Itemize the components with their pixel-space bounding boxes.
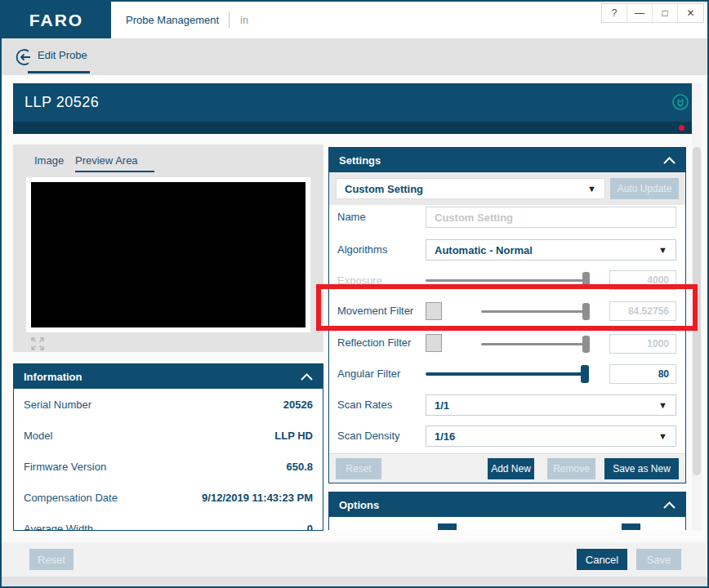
name-label: Name xyxy=(337,207,366,228)
algorithms-dropdown[interactable]: Automatic - Normal ▼ xyxy=(426,239,676,261)
info-value: 9/12/2019 11:43:23 PM xyxy=(202,492,313,504)
settings-reset-button[interactable]: Reset xyxy=(336,458,381,479)
bottom-strip xyxy=(2,577,707,586)
info-label: Firmware Version xyxy=(24,461,106,473)
movement-filter-slider-thumb xyxy=(582,303,590,320)
preset-dropdown[interactable]: Custom Setting ▼ xyxy=(336,178,605,199)
scrollbar-track[interactable] xyxy=(692,83,702,531)
table-row: Compensation Date 9/12/2019 11:43:23 PM xyxy=(14,482,323,513)
close-icon[interactable]: ✕ xyxy=(678,4,703,22)
cancel-button[interactable]: Cancel xyxy=(577,549,627,570)
info-value: 20526 xyxy=(283,399,313,411)
info-value: 0 xyxy=(307,523,313,532)
preset-dropdown-value: Custom Setting xyxy=(345,183,423,195)
information-panel: Information Serial Number 20526 Model LL… xyxy=(13,363,323,531)
exposure-slider-track xyxy=(426,279,589,282)
tab-preview-area[interactable]: Preview Area xyxy=(75,154,138,167)
save-as-new-button[interactable]: Save as New xyxy=(604,458,679,479)
scan-density-dropdown[interactable]: 1/16 ▼ xyxy=(426,425,676,447)
table-row: Average Width 0 xyxy=(14,513,323,531)
preview-tab-underline xyxy=(75,171,154,172)
reflection-filter-slider-thumb xyxy=(582,336,590,353)
scan-rates-dropdown[interactable]: 1/1 ▼ xyxy=(426,394,676,416)
info-label: Serial Number xyxy=(24,399,91,411)
collapse-chevron-icon[interactable] xyxy=(663,157,676,164)
remove-button[interactable]: Remove xyxy=(547,458,595,479)
nav-strip: Edit Probe xyxy=(2,38,707,75)
settings-header[interactable]: Settings xyxy=(329,148,685,172)
info-value: 650.8 xyxy=(286,461,313,473)
status-dot xyxy=(679,125,684,131)
info-value: LLP HD xyxy=(274,430,313,442)
preview-frame xyxy=(26,177,310,332)
scan-density-dropdown-value: 1/16 xyxy=(435,430,455,443)
footer-reset-button[interactable]: Reset xyxy=(29,549,74,570)
tab-units[interactable]: in xyxy=(240,2,248,38)
name-field[interactable] xyxy=(426,207,676,228)
minimize-icon[interactable]: — xyxy=(627,4,653,22)
scrollbar-thumb[interactable] xyxy=(693,147,701,475)
scan-rates-dropdown-value: 1/1 xyxy=(435,399,449,412)
tab-probe-management[interactable]: Probe Management xyxy=(126,2,219,38)
algorithms-label: Algorithms xyxy=(337,239,387,261)
probe-substrip xyxy=(13,122,699,134)
angular-filter-slider-track[interactable] xyxy=(426,372,589,376)
collapse-chevron-icon[interactable] xyxy=(663,501,676,509)
fullscreen-icon[interactable] xyxy=(29,336,46,355)
title-bar: FARO Probe Management in ? — □ ✕ xyxy=(2,2,707,38)
footer-gap xyxy=(2,531,707,542)
movement-filter-label: Movement Filter xyxy=(337,301,413,322)
save-button[interactable]: Save xyxy=(636,549,681,570)
settings-footer: Reset Add New Remove Save as New xyxy=(329,453,685,483)
maximize-icon[interactable]: □ xyxy=(653,4,678,22)
preset-row: Custom Setting ▼ Auto Update xyxy=(329,172,685,205)
reflection-filter-value: 1000 xyxy=(609,334,676,354)
reflection-filter-label: Reflection Filter xyxy=(337,332,411,354)
scan-rates-label: Scan Rates xyxy=(337,394,392,416)
faro-logo: FARO xyxy=(2,2,111,38)
reflection-filter-checkbox[interactable] xyxy=(426,334,442,352)
settings-title: Settings xyxy=(339,154,381,167)
collapse-chevron-icon[interactable] xyxy=(301,373,313,381)
movement-filter-value: 84.52756 xyxy=(609,301,676,321)
options-title: Options xyxy=(339,499,379,511)
tab-image[interactable]: Image xyxy=(34,154,64,167)
movement-filter-slider-track xyxy=(481,310,589,313)
camera-preview xyxy=(31,182,305,327)
add-new-button[interactable]: Add New xyxy=(488,458,534,479)
tab-divider xyxy=(229,12,230,28)
probe-header: LLP 20526 xyxy=(13,83,699,122)
exposure-value: 4000 xyxy=(609,270,676,290)
chevron-down-icon: ▼ xyxy=(658,245,667,255)
reflection-filter-slider-track xyxy=(481,343,589,345)
scan-density-label: Scan Density xyxy=(337,425,400,447)
window-controls: ? — □ ✕ xyxy=(601,3,704,23)
angular-filter-label: Angular Filter xyxy=(337,363,400,385)
auto-update-button[interactable]: Auto Update xyxy=(610,178,679,199)
footer-bar: Reset Cancel Save xyxy=(2,542,707,577)
info-label: Compensation Date xyxy=(24,492,118,504)
info-label: Average Width xyxy=(24,523,93,532)
help-icon[interactable]: ? xyxy=(602,4,627,22)
angular-filter-slider-thumb[interactable] xyxy=(581,365,589,383)
probe-title: LLP 20526 xyxy=(25,83,99,122)
active-tab-underline xyxy=(28,71,90,74)
angular-filter-value[interactable]: 80 xyxy=(609,364,676,384)
back-arrow-icon[interactable] xyxy=(15,47,34,70)
probe-connected-icon[interactable] xyxy=(671,93,689,114)
algorithms-dropdown-value: Automatic - Normal xyxy=(435,244,533,256)
preview-panel: Image Preview Area xyxy=(13,145,323,352)
option-toggle[interactable] xyxy=(438,523,457,530)
option-toggle[interactable] xyxy=(622,523,640,530)
information-title: Information xyxy=(24,371,82,383)
exposure-slider-thumb xyxy=(582,272,590,289)
options-header[interactable]: Options xyxy=(329,492,685,517)
table-row: Model LLP HD xyxy=(14,420,323,451)
page-title[interactable]: Edit Probe xyxy=(38,38,87,73)
table-row: Serial Number 20526 xyxy=(14,389,323,420)
options-panel: Options xyxy=(328,492,686,530)
movement-filter-checkbox[interactable] xyxy=(426,302,442,320)
information-header[interactable]: Information xyxy=(14,364,323,389)
exposure-label: Exposure xyxy=(337,270,382,292)
settings-panel: Settings Custom Setting ▼ Auto Update Na… xyxy=(328,147,686,483)
